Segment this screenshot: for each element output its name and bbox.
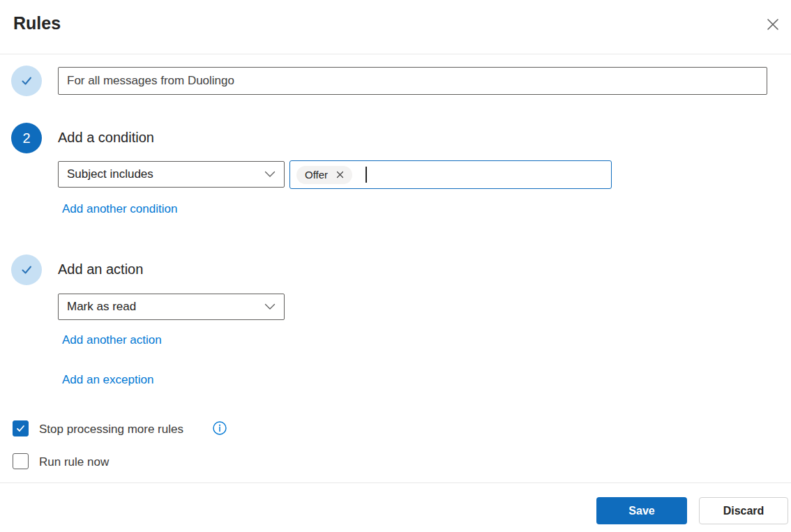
run-rule-now-checkbox[interactable] bbox=[13, 453, 29, 469]
save-button[interactable]: Save bbox=[596, 497, 687, 524]
step1-complete-indicator bbox=[11, 66, 42, 96]
step2-number-indicator: 2 bbox=[11, 123, 42, 153]
close-button[interactable] bbox=[762, 13, 784, 36]
tag-label: Offer bbox=[305, 169, 328, 181]
checkmark-icon bbox=[19, 73, 34, 89]
step3-complete-indicator bbox=[11, 254, 42, 285]
rules-dialog: Rules 2 Add a condition Subject includes… bbox=[0, 0, 791, 532]
info-icon bbox=[212, 420, 227, 436]
header-divider bbox=[0, 54, 791, 54]
chevron-down-icon bbox=[264, 303, 276, 310]
discard-button[interactable]: Discard bbox=[699, 497, 788, 524]
add-an-exception-link[interactable]: Add an exception bbox=[62, 373, 153, 387]
dialog-title: Rules bbox=[13, 13, 61, 33]
add-another-action-link[interactable]: Add another action bbox=[62, 333, 162, 347]
chevron-down-icon bbox=[264, 171, 276, 178]
stop-processing-label: Stop processing more rules bbox=[39, 423, 183, 436]
condition-heading: Add a condition bbox=[58, 130, 154, 146]
action-dropdown[interactable]: Mark as read bbox=[58, 294, 285, 320]
condition-value-input[interactable]: Offer bbox=[289, 160, 612, 189]
step2-number: 2 bbox=[22, 130, 30, 146]
action-dropdown-value: Mark as read bbox=[67, 300, 136, 314]
add-another-condition-link[interactable]: Add another condition bbox=[62, 202, 177, 216]
checkmark-icon bbox=[19, 262, 34, 278]
remove-tag-icon[interactable] bbox=[336, 171, 344, 178]
stop-processing-checkbox[interactable] bbox=[13, 420, 29, 436]
run-rule-now-label: Run rule now bbox=[39, 455, 109, 469]
checkmark-icon bbox=[15, 423, 26, 434]
condition-dropdown-value: Subject includes bbox=[67, 167, 153, 181]
condition-value-tag: Offer bbox=[296, 166, 352, 184]
footer-divider bbox=[0, 482, 791, 483]
condition-dropdown[interactable]: Subject includes bbox=[58, 161, 285, 188]
close-icon bbox=[765, 17, 781, 32]
action-heading: Add an action bbox=[58, 261, 143, 278]
rule-name-input[interactable] bbox=[58, 67, 767, 95]
text-cursor bbox=[366, 167, 367, 183]
info-button[interactable] bbox=[211, 420, 228, 436]
